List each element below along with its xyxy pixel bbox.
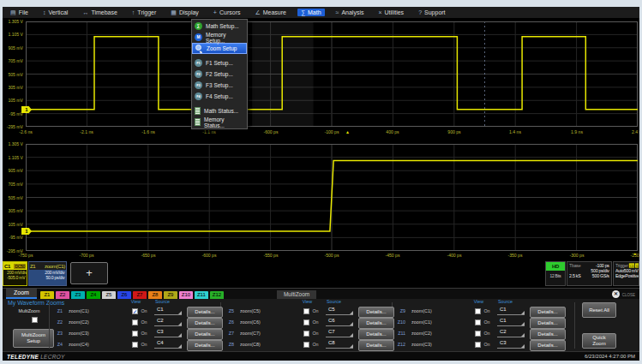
source-select[interactable]: C5 xyxy=(326,307,353,315)
view-on-checkbox[interactable] xyxy=(303,319,309,325)
details-button[interactable]: Details... xyxy=(358,329,394,340)
channel-c1-descriptor[interactable]: C1 DC50 200 mV/div -505.0 mV xyxy=(3,261,27,286)
view-on-checkbox[interactable] xyxy=(303,308,309,314)
menu-bar: ▤File↕Vertical↔Timebase↑Trigger▦Display+… xyxy=(3,7,639,19)
tab-z12[interactable]: Z12 xyxy=(210,291,224,299)
view-on-checkbox[interactable] xyxy=(475,331,481,337)
menu-measure[interactable]: ∠Measure xyxy=(251,9,290,16)
menu-item-memory-status[interactable]: Memory Status... xyxy=(192,116,247,128)
details-button[interactable]: Details... xyxy=(187,307,223,318)
zoom-row-function: zoom(C2) xyxy=(69,319,89,324)
zoom-row-label: Z12 xyxy=(392,342,405,346)
menu-timebase[interactable]: ↔Timebase xyxy=(79,9,120,16)
source-select[interactable]: C7 xyxy=(326,329,353,337)
multizoom-checkbox[interactable] xyxy=(32,317,38,323)
details-button[interactable]: Details... xyxy=(358,318,394,329)
tab-z4[interactable]: Z4 xyxy=(87,291,100,299)
waveform-grid-main[interactable] xyxy=(26,21,638,127)
tbase-tdiv: 500 ps/div xyxy=(591,268,609,272)
source-select[interactable]: C1 xyxy=(497,318,525,326)
menu-item-zoom-setup[interactable]: Zoom Setup xyxy=(192,43,247,54)
menu-item-f1-setup[interactable]: F1F1 Setup... xyxy=(192,57,247,69)
menu-display[interactable]: ▦Display xyxy=(167,9,202,16)
details-button[interactable]: Details... xyxy=(530,340,566,351)
zoom-row-function: zoom(C6) xyxy=(240,319,261,324)
source-select[interactable]: C8 xyxy=(326,340,353,349)
magnifier-icon xyxy=(195,45,203,52)
view-on-checkbox[interactable]: ✓ xyxy=(132,308,138,314)
utilities-icon: × xyxy=(378,9,381,15)
tab-z7[interactable]: Z7 xyxy=(133,291,147,299)
details-button[interactable]: Details... xyxy=(187,340,223,351)
menu-label: Support xyxy=(424,9,446,15)
tab-z6[interactable]: Z6 xyxy=(117,291,131,299)
tab-z9[interactable]: Z9 xyxy=(164,291,177,299)
zoom-row-function: zoom(C1) xyxy=(411,319,432,324)
source-select[interactable]: C3 xyxy=(497,340,525,349)
menu-math[interactable]: ∑Math xyxy=(297,9,325,16)
source-select[interactable]: C3 xyxy=(154,329,182,337)
menu-file[interactable]: ▤File xyxy=(7,9,32,16)
menu-cursors[interactable]: +Cursors xyxy=(210,9,244,16)
details-button[interactable]: Details... xyxy=(530,318,566,329)
waveform-grid-zoom[interactable] xyxy=(26,144,638,251)
tab-z2[interactable]: Z2 xyxy=(56,291,69,299)
panel-close[interactable]: ✕CLOSE xyxy=(612,290,639,299)
menu-vertical[interactable]: ↕Vertical xyxy=(39,9,71,16)
y-axis-label: 1.105 V xyxy=(6,33,23,37)
reset-all-button[interactable]: Reset All xyxy=(582,302,616,318)
source-select[interactable]: C6 xyxy=(326,318,353,326)
tab-multizoom[interactable]: MultiZoom xyxy=(277,290,316,299)
details-button[interactable]: Details... xyxy=(530,329,566,340)
tab-z11[interactable]: Z11 xyxy=(195,291,208,299)
quick-zoom-button[interactable]: Quick Zoom xyxy=(582,333,616,349)
trigger-offscreen-marker: ▸ xyxy=(634,252,637,256)
view-on-label: On xyxy=(483,331,489,335)
menu-item-f3-setup[interactable]: F3F3 Setup... xyxy=(192,80,247,91)
menu-utilities[interactable]: ×Utilities xyxy=(375,9,407,16)
details-button[interactable]: Details... xyxy=(358,307,394,318)
view-on-checkbox[interactable] xyxy=(132,342,138,348)
view-on-checkbox[interactable] xyxy=(475,319,481,325)
details-button[interactable]: Details... xyxy=(187,329,223,340)
tab-z1[interactable]: Z1 xyxy=(40,291,54,299)
tab-z10[interactable]: Z10 xyxy=(179,291,193,299)
source-select[interactable]: C1 xyxy=(497,307,525,315)
view-on-checkbox[interactable] xyxy=(303,331,309,337)
details-button[interactable]: Details... xyxy=(358,340,394,351)
menu-item-memory-setup[interactable]: MMemory Setup... xyxy=(192,32,247,43)
tab-z5[interactable]: Z5 xyxy=(102,291,116,299)
zoom-z1-descriptor[interactable]: Z1 zoom(C1) 200 mV/div 50.0 ps/div xyxy=(28,261,67,286)
tab-zoom[interactable]: Zoom xyxy=(6,289,37,299)
details-button[interactable]: Details... xyxy=(530,307,566,318)
trigger-type: Edge xyxy=(615,273,625,277)
details-button[interactable]: Details... xyxy=(187,318,223,329)
function-icon: F3 xyxy=(195,81,202,89)
view-on-checkbox[interactable] xyxy=(475,342,481,348)
view-on-checkbox[interactable] xyxy=(132,331,138,337)
menu-trigger[interactable]: ↑Trigger xyxy=(129,9,159,16)
menu-item-math-status[interactable]: Math Status... xyxy=(192,105,247,116)
timebase-descriptor[interactable]: Tbase -100 ps 500 ps/div 2.5 kS 500 GS/s xyxy=(567,261,612,286)
source-select[interactable]: C1 xyxy=(154,307,182,315)
view-on-checkbox[interactable] xyxy=(132,319,138,325)
menu-support[interactable]: ?Support xyxy=(415,9,448,16)
trigger-descriptor[interactable]: Trigger C1DC Auto 500 mV Edge Positive xyxy=(613,261,639,286)
source-select[interactable]: C2 xyxy=(497,329,525,337)
menu-item-f4-setup[interactable]: F4F4 Setup... xyxy=(192,91,247,102)
tab-z3[interactable]: Z3 xyxy=(71,291,85,299)
y-axis-label: 305 mV xyxy=(6,85,23,89)
source-column-header: Source xyxy=(155,299,170,303)
menu-item-f2-setup[interactable]: F2F2 Setup... xyxy=(192,69,247,80)
source-select[interactable]: C2 xyxy=(154,318,182,326)
menu-analysis[interactable]: ≈Analysis xyxy=(333,9,368,16)
hd-mode-descriptor[interactable]: HD 12 Bits xyxy=(545,261,566,286)
view-on-checkbox[interactable] xyxy=(303,342,309,348)
add-trace-button[interactable]: + xyxy=(70,262,108,284)
multizoom-setup-button[interactable]: MultiZoom Setup xyxy=(13,329,54,348)
menu-item-math-setup[interactable]: ∑Math Setup... xyxy=(192,21,247,32)
source-select[interactable]: C4 xyxy=(154,340,182,349)
view-on-checkbox[interactable] xyxy=(475,308,481,314)
tab-z8[interactable]: Z8 xyxy=(148,291,162,299)
zoom-row-function: zoom(C1) xyxy=(69,308,89,313)
